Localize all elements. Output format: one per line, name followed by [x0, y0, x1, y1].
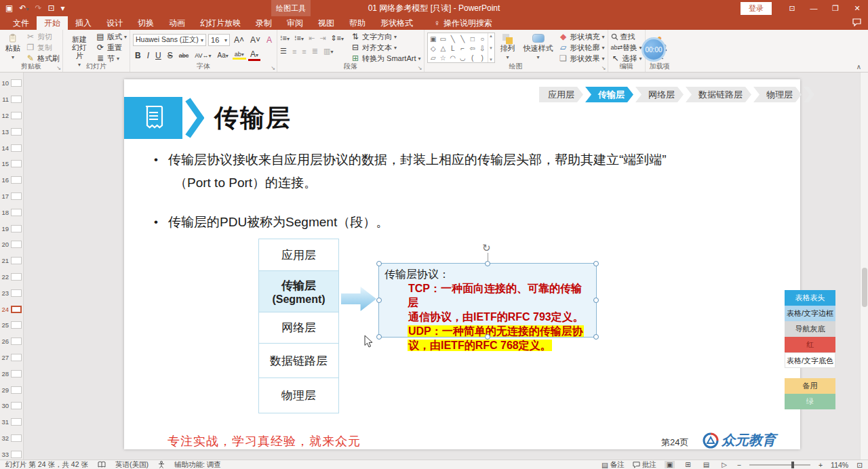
ribbon-tab[interactable]: 插入 — [68, 16, 99, 30]
decrease-indent-icon[interactable]: ⇤ — [309, 34, 315, 43]
color-swatch[interactable]: 导航灰底 — [785, 321, 835, 337]
ribbon-tab[interactable]: 审阅 — [279, 16, 311, 30]
thumbnail-preview[interactable] — [11, 112, 22, 119]
text-shadow-icon[interactable]: abc — [177, 52, 191, 59]
thumbnail-preview[interactable] — [11, 225, 22, 232]
increase-font-icon[interactable]: A˄ — [232, 35, 246, 45]
clear-format-icon[interactable]: A — [264, 35, 274, 45]
thumbnail-preview[interactable] — [11, 451, 22, 458]
thumbnail-preview[interactable] — [11, 128, 22, 136]
ribbon-tab[interactable]: 录制 — [248, 16, 279, 30]
selection-handle[interactable] — [593, 261, 599, 266]
slide-thumbnail[interactable]: 32 — [0, 430, 23, 447]
collapse-ribbon-icon[interactable]: ∧ — [856, 63, 861, 70]
align-right-icon[interactable]: ≡ — [302, 47, 306, 56]
selection-handle[interactable] — [485, 334, 490, 340]
selection-handle[interactable] — [376, 334, 382, 340]
ribbon-tab[interactable]: 设计 — [99, 16, 130, 30]
shape-icon[interactable]: ⇩ — [479, 45, 485, 52]
shape-icon[interactable]: ○ — [480, 35, 484, 43]
selection-handle[interactable] — [593, 334, 599, 340]
justify-icon[interactable]: ≣ — [312, 47, 318, 56]
slide-thumbnail[interactable]: 27 — [0, 350, 23, 366]
shape-icon[interactable]: ▭ — [440, 35, 446, 43]
slide-thumbnail[interactable]: 17 — [0, 188, 23, 205]
align-left-icon[interactable]: ☰ — [280, 47, 287, 56]
slide-thumbnail[interactable]: 13 — [0, 123, 23, 140]
color-swatch[interactable]: 表格表头 — [785, 290, 835, 306]
shape-fill-button[interactable]: ◆形状填充▾ — [559, 33, 605, 41]
slide-thumbnail[interactable]: 22 — [0, 269, 23, 285]
selected-textbox[interactable]: 传输层协议： TCP：一种面向连接的、可靠的传输层通信协议，由IETF的RFC … — [378, 263, 597, 338]
undo-icon[interactable]: ↶▾ — [19, 3, 28, 13]
thumbnail-preview[interactable] — [11, 144, 22, 152]
slide-thumbnail[interactable]: 29 — [0, 382, 23, 398]
thumbnail-preview[interactable] — [11, 402, 22, 409]
thumbnail-preview[interactable] — [11, 209, 22, 216]
language-indicator[interactable]: 英语(美国) — [115, 460, 149, 469]
slide-thumbnail[interactable]: 20 — [0, 237, 23, 253]
restore-button[interactable]: ❐ — [825, 0, 846, 16]
shape-icon[interactable]: ◡ — [460, 54, 466, 62]
shape-icon[interactable]: ⇦ — [470, 45, 475, 52]
thumbnail-preview[interactable] — [11, 418, 22, 426]
thumbnail-preview[interactable] — [11, 370, 22, 378]
scrollbar-thumb[interactable] — [862, 268, 867, 307]
ribbon-tab[interactable]: 文件 — [5, 16, 37, 30]
save-icon[interactable]: ▣ — [5, 3, 13, 13]
character-spacing-icon[interactable]: AV↔▾ — [193, 52, 213, 59]
slide-thumbnail[interactable]: 16 — [0, 172, 23, 188]
thumbnail-preview[interactable] — [11, 192, 22, 200]
normal-view-icon[interactable]: ▣ — [665, 461, 675, 468]
shape-icon[interactable]: ╲ — [451, 35, 455, 43]
start-slideshow-icon[interactable]: ⊡ — [47, 3, 54, 13]
slide-thumbnail[interactable]: 21 — [0, 253, 23, 269]
shape-outline-button[interactable]: ▱形状轮廓▾ — [559, 43, 605, 52]
thumbnail-preview[interactable] — [11, 79, 22, 87]
thumbnail-preview[interactable] — [11, 160, 22, 167]
slide-thumbnail[interactable]: 12 — [0, 108, 23, 124]
color-swatch[interactable]: 备用 — [785, 378, 835, 394]
slide-thumbnail-panel[interactable]: 10 11 12 13 14 15 16 — [0, 73, 24, 460]
customize-qat-icon[interactable]: ▾ — [61, 3, 65, 13]
clipboard-dialog-launcher[interactable]: ↘ — [56, 65, 61, 71]
thumbnail-preview[interactable] — [11, 241, 22, 248]
shape-icon[interactable]: □ — [471, 35, 475, 43]
shape-icon[interactable]: ▣ — [430, 35, 436, 43]
change-case-icon[interactable]: Aa▾ — [216, 52, 231, 59]
spellcheck-icon[interactable] — [98, 461, 106, 468]
font-name-combo[interactable]: Huawei Sans (正文)▾ — [133, 34, 206, 46]
thumbnail-preview[interactable] — [11, 96, 22, 103]
fit-to-window-icon[interactable]: ⊡ — [856, 461, 863, 469]
slide-thumbnail[interactable]: 15 — [0, 156, 23, 172]
reset-button[interactable]: ⟳重置 — [96, 43, 127, 52]
numbering-icon[interactable]: ⁝≡▾ — [294, 34, 304, 43]
vertical-scrollbar[interactable] — [860, 73, 868, 460]
text-direction-button[interactable]: ⇅文字方向▾ — [351, 33, 420, 41]
slide-sorter-icon[interactable]: ⊞ — [683, 461, 692, 468]
slide-thumbnail[interactable]: 19 — [0, 220, 23, 237]
selection-handle[interactable] — [376, 298, 382, 303]
zoom-out-icon[interactable]: − — [737, 461, 741, 469]
comments-button[interactable]: 批注 — [633, 460, 656, 469]
shape-icon[interactable]: ◇ — [431, 45, 436, 52]
ribbon-tab[interactable]: 形状格式 — [373, 16, 420, 30]
thumbnail-preview[interactable] — [11, 257, 22, 264]
rotation-handle-icon[interactable]: ↻ — [482, 242, 491, 254]
minimize-button[interactable]: — — [803, 0, 825, 16]
selection-handle[interactable] — [485, 261, 490, 266]
selection-handle[interactable] — [593, 298, 599, 303]
zoom-in-icon[interactable]: + — [818, 461, 823, 469]
ribbon-display-options-icon[interactable]: ⊡ — [781, 0, 803, 16]
slide-thumbnail[interactable]: 33 — [0, 446, 23, 460]
layout-button[interactable]: ▤版式▾ — [96, 33, 127, 41]
color-swatch[interactable]: 绿 — [785, 394, 835, 409]
comments-icon[interactable] — [852, 18, 861, 28]
zoom-slider-thumb[interactable] — [791, 462, 794, 468]
shape-icon[interactable]: L — [451, 45, 455, 52]
slide-thumbnail[interactable]: 18 — [0, 204, 23, 220]
new-slide-button[interactable]: 新建幻灯片▾ — [66, 33, 93, 63]
redo-icon[interactable]: ↷ — [35, 3, 41, 13]
thumbnail-preview[interactable] — [11, 434, 22, 442]
font-color-icon[interactable]: A▾ — [248, 49, 260, 61]
